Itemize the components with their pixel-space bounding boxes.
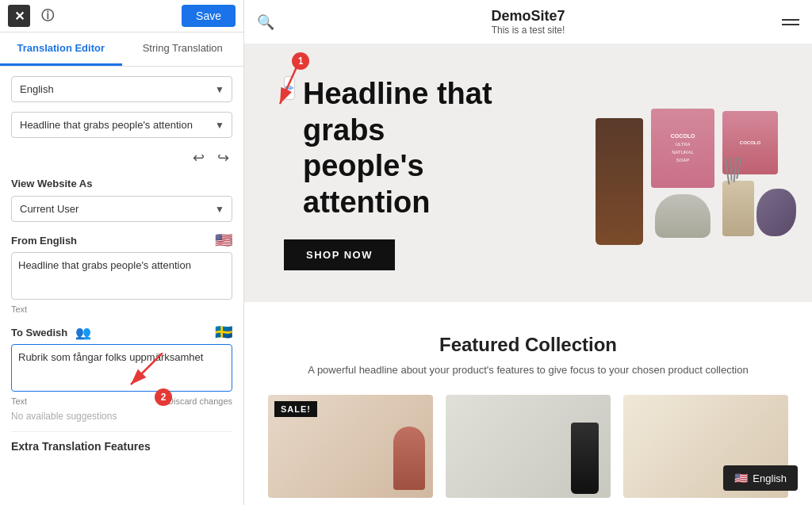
to-lang-textarea[interactable]: Rubrik som fångar folks uppmärksamhet [11, 344, 232, 392]
site-name: DemoSite7 [274, 8, 782, 25]
view-website-dropdown-row: Current User Guest ▼ [11, 196, 232, 222]
product-cards: SALE! [268, 395, 788, 498]
hamburger-icon [782, 19, 799, 21]
language-dropdown[interactable]: English Swedish French German [11, 76, 232, 102]
to-language-section: To Swedish 👥 🇸🇪 Rubrik som fångar folks … [11, 323, 232, 422]
product-card-1: SALE! [268, 395, 433, 498]
hero-cta-button[interactable]: SHOP NOW [284, 239, 395, 270]
product-card-2 [446, 395, 611, 498]
from-lang-textarea[interactable]: Headline that grabs people's attention [11, 252, 232, 300]
extra-features-title: Extra Translation Features [11, 431, 232, 453]
people-icon: 👥 [75, 325, 91, 340]
view-website-section: View Website As Current User Guest ▼ [11, 178, 232, 222]
to-lang-header: To Swedish 👥 🇸🇪 [11, 323, 232, 341]
string-dropdown-row: Headline that grabs people's attention ▼ [11, 112, 232, 138]
tab-translation-editor[interactable]: Translation Editor [0, 33, 122, 66]
sale-badge: SALE! [274, 401, 317, 417]
site-title-block: DemoSite7 This is a test site! [274, 8, 782, 36]
discard-changes-link[interactable]: Discard changes [167, 396, 232, 406]
tab-string-translation[interactable]: String Translation [122, 33, 244, 66]
main-content: 1 ✏ Headline that [244, 44, 812, 505]
pencil-icon: ✏ [285, 82, 294, 94]
product-jar-pink-tall: COCOLOULTRA NATURAL SOAP [651, 109, 714, 188]
featured-desc: A powerful headline about your product's… [268, 364, 788, 376]
edit-pencil-button[interactable]: ✏ [284, 76, 295, 100]
product-group-center: COCOLOULTRA NATURAL SOAP [651, 109, 714, 238]
top-bar: ✕ ⓘ Save [0, 0, 243, 33]
undo-redo-row: ↩ ↪ [11, 147, 232, 168]
undo-button[interactable]: ↩ [190, 147, 208, 168]
product-jar-silver [655, 194, 710, 238]
site-header: 🔍 DemoSite7 This is a test site! [244, 0, 812, 44]
featured-title: Featured Collection [268, 334, 788, 356]
from-lang-type: Text [11, 304, 27, 314]
to-lang-title: To Swedish [11, 327, 67, 339]
hero-section: 1 ✏ Headline that [244, 44, 812, 302]
annotation-badge-1: 1 [292, 52, 309, 70]
view-website-label: View Website As [11, 178, 232, 189]
search-icon: 🔍 [257, 14, 274, 30]
english-language-button[interactable]: 🇺🇸 English [723, 465, 798, 491]
from-lang-meta: Text [11, 304, 232, 314]
product-group-right: COCOLO [722, 111, 796, 236]
panel-content: English Swedish French German ▼ Headline… [0, 67, 243, 505]
save-button[interactable]: Save [182, 5, 236, 27]
from-lang-header: From English 🇺🇸 [11, 231, 232, 249]
hero-images: COCOLOULTRA NATURAL SOAP COCOLO [596, 44, 796, 302]
from-lang-title: From English [11, 235, 77, 247]
to-lang-type: Text [11, 396, 27, 406]
reed-diffuser [722, 181, 796, 236]
info-button[interactable]: ⓘ [36, 5, 59, 27]
close-button[interactable]: ✕ [8, 5, 30, 27]
tabs-bar: Translation Editor String Translation [0, 33, 243, 67]
site-subtitle: This is a test site! [274, 25, 782, 36]
suggestions-text: No available suggestions [11, 411, 232, 422]
from-lang-flag: 🇺🇸 [215, 231, 232, 249]
language-dropdown-row: English Swedish French German ▼ [11, 76, 232, 102]
left-panel: ✕ ⓘ Save Translation Editor String Trans… [0, 0, 244, 505]
english-label: English [753, 472, 787, 484]
hamburger-button[interactable] [782, 19, 799, 25]
to-lang-meta: Text Discard changes [11, 396, 232, 406]
info-icon: ⓘ [41, 8, 54, 25]
product-image-pump [596, 118, 643, 245]
redo-button[interactable]: ↪ [214, 147, 232, 168]
from-language-section: From English 🇺🇸 Headline that grabs peop… [11, 231, 232, 314]
to-lang-flag: 🇸🇪 [215, 323, 232, 341]
hero-headline: Headline that grabs people's attention [303, 77, 492, 219]
us-flag-icon: 🇺🇸 [734, 472, 748, 484]
right-panel: 🔍 DemoSite7 This is a test site! 1 [244, 0, 812, 505]
string-dropdown[interactable]: Headline that grabs people's attention [11, 112, 232, 138]
search-button[interactable]: 🔍 [257, 13, 274, 31]
hero-left: ✏ Headline that grabs people's attention… [284, 76, 504, 270]
view-website-dropdown[interactable]: Current User Guest [11, 196, 232, 222]
